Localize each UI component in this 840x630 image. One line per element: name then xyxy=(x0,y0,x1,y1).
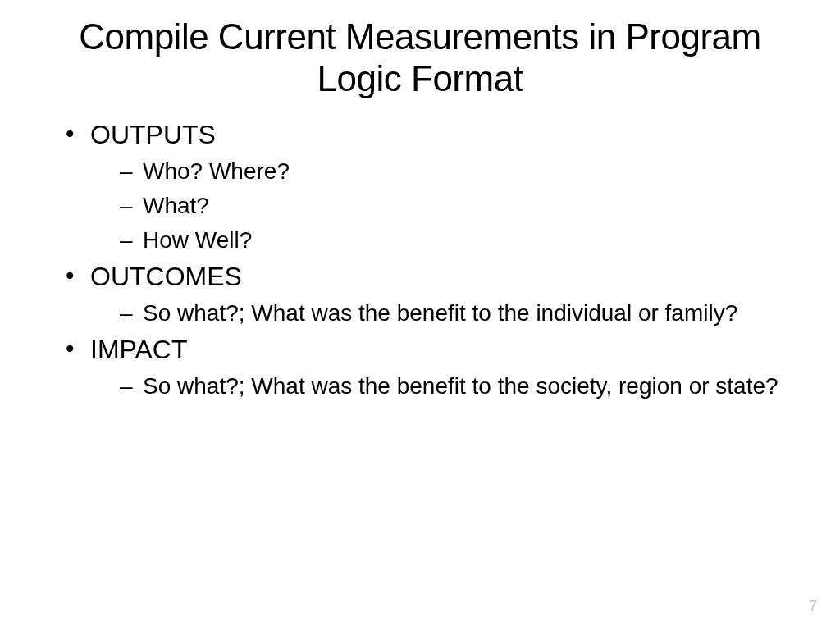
bullet-list: OUTPUTS Who? Where? What? How Well? OUTC… xyxy=(49,117,791,402)
list-item: What? xyxy=(120,190,791,221)
slide-title: Compile Current Measurements in Program … xyxy=(49,16,791,99)
list-item: So what?; What was the benefit to the so… xyxy=(120,371,791,402)
bullet-label: OUTPUTS xyxy=(90,120,216,149)
list-item: OUTCOMES So what?; What was the benefit … xyxy=(61,259,791,329)
sub-list: So what?; What was the benefit to the so… xyxy=(90,371,791,402)
sub-list: So what?; What was the benefit to the in… xyxy=(90,298,791,329)
bullet-label: IMPACT xyxy=(90,335,188,364)
list-item: IMPACT So what?; What was the benefit to… xyxy=(61,332,791,402)
list-item: OUTPUTS Who? Where? What? How Well? xyxy=(61,117,791,256)
list-item: So what?; What was the benefit to the in… xyxy=(120,298,791,329)
bullet-label: OUTCOMES xyxy=(90,262,242,291)
slide: Compile Current Measurements in Program … xyxy=(0,0,840,630)
list-item: How Well? xyxy=(120,225,791,256)
list-item: Who? Where? xyxy=(120,156,791,187)
sub-list: Who? Where? What? How Well? xyxy=(90,156,791,255)
page-number: 7 xyxy=(809,598,817,615)
